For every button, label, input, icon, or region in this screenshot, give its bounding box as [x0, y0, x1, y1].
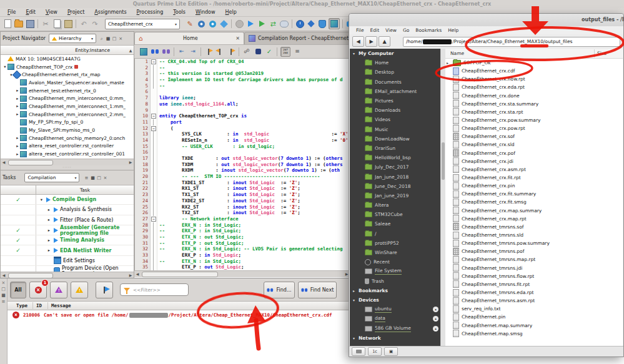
- fm-menu-file[interactable]: File: [353, 27, 367, 33]
- file-row[interactable]: CheapEthernet_tmrsns.pow.summary: [445, 239, 623, 247]
- file-row[interactable]: CheapEthernet_crx.sta.rpt: [445, 108, 623, 116]
- sidebar-item[interactable]: Altera: [350, 200, 440, 210]
- fm-menu-view[interactable]: View: [382, 27, 400, 33]
- menu-view[interactable]: View: [41, 9, 62, 16]
- back-button[interactable]: ◀: [352, 36, 364, 47]
- menu-icon[interactable]: ≡: [83, 175, 89, 180]
- navigator-item[interactable]: ▸CheapEthernet_onchip_memory2_0:onch: [1, 134, 134, 142]
- sidebar-item[interactable]: Home: [350, 58, 440, 67]
- file-row[interactable]: ▸SOFPOF_Ok: [445, 59, 623, 67]
- sidebar-scrollbar[interactable]: [440, 49, 445, 347]
- file-row[interactable]: CheapEthernet_crx.map.summary: [445, 207, 623, 215]
- indent-decrease-icon[interactable]: ⇤: [177, 47, 186, 56]
- sidebar-section-devices[interactable]: ▾Devices: [350, 295, 440, 305]
- message-filter-input[interactable]: <<Filter>>: [120, 283, 189, 296]
- file-row[interactable]: CheapEthernet_crx.eda.rpt: [445, 83, 623, 91]
- sidebar-section-my-computer[interactable]: ▾My Computer: [350, 49, 440, 58]
- expander-down-icon[interactable]: ▾: [2, 64, 7, 69]
- expander-right-icon[interactable]: ▸: [15, 104, 20, 109]
- sidebar-item[interactable]: July_Dec_2017: [350, 162, 440, 172]
- undo-icon[interactable]: ↶: [79, 19, 89, 29]
- filter-errors-button[interactable]: × 1: [29, 282, 47, 298]
- file-row[interactable]: CheapEthernet_tmrsns.sld: [445, 231, 623, 239]
- new-file-icon[interactable]: [2, 19, 12, 29]
- expander-down-icon[interactable]: ▾: [353, 51, 359, 56]
- sidebar-item[interactable]: Documents: [350, 77, 440, 87]
- expander-right-icon[interactable]: ▸: [46, 207, 52, 212]
- sidebar-item[interactable]: Downloads: [350, 106, 440, 115]
- sidebar-item[interactable]: File System: [350, 267, 440, 276]
- rtl-viewer-icon[interactable]: ⇄: [268, 19, 278, 29]
- search-icon[interactable]: ⌕: [99, 36, 105, 41]
- fold-collapse-icon[interactable]: [151, 59, 157, 65]
- task-row[interactable]: ▸Fitter (Place & Route): [1, 215, 134, 225]
- navigator-item[interactable]: My_Slave_SPI:mymiso_ms_0: [1, 126, 134, 134]
- sidebar-item[interactable]: June_Dec_2018: [350, 182, 440, 191]
- sidebar-item[interactable]: Saleae: [350, 219, 440, 229]
- find-replace-icon[interactable]: [162, 47, 171, 56]
- eject-icon[interactable]: ▴: [433, 307, 438, 312]
- file-row[interactable]: CheapEthernet_crx.cdf: [445, 67, 623, 75]
- assignment-editor-icon[interactable]: [207, 19, 217, 29]
- file-row[interactable]: CheapEthernet_crx.sof: [445, 132, 623, 140]
- view-menu-icon[interactable]: ≡: [293, 47, 302, 56]
- task-row[interactable]: Program Device (Open Programmer): [1, 266, 134, 272]
- file-row[interactable]: CheapEthernet_tmrsns.eda.rpt: [445, 288, 623, 297]
- pin-icon[interactable]: ■: [89, 175, 96, 180]
- find-icon[interactable]: [151, 47, 159, 56]
- sidebar-item[interactable]: Pictures: [350, 96, 440, 106]
- bookmark-toggle-icon[interactable]: [204, 47, 213, 56]
- sidebar-item[interactable]: 586 GB Volume▴: [350, 323, 440, 333]
- menu-tools[interactable]: Tools: [168, 9, 191, 16]
- project-selector[interactable]: CheapEthernet_crx ▾: [105, 19, 180, 29]
- navigator-hscrollbar[interactable]: ◀▶: [1, 159, 134, 165]
- filter-info-button[interactable]: [96, 282, 113, 298]
- file-row[interactable]: CheapEthernet_crx.pow.rpt: [445, 124, 623, 132]
- expander-right-icon[interactable]: ▸: [46, 228, 52, 233]
- file-row[interactable]: CheapEthernet_crx.pof: [445, 149, 623, 157]
- file-row[interactable]: CheapEthernet_crx.map.rpt: [445, 215, 623, 223]
- panel-toggle-icon[interactable]: ▣: [384, 347, 398, 356]
- navigator-item[interactable]: ▸CheapEthernet_mm_interconnect_2:mm_: [1, 111, 134, 119]
- file-row[interactable]: CheapEthernet_crx.fit.summary: [445, 190, 623, 198]
- redo-icon[interactable]: ↷: [90, 19, 100, 29]
- eda-tools-icon[interactable]: [306, 19, 316, 29]
- sidebar-item[interactable]: STM32Cube: [350, 210, 440, 219]
- sidebar-item[interactable]: OrariSun: [350, 144, 440, 153]
- netlist-viewer-icon[interactable]: [219, 19, 229, 29]
- task-row[interactable]: ✓▸EDA Netlist Writer: [1, 245, 134, 255]
- start-compilation-icon[interactable]: [245, 19, 255, 29]
- start-analysis-icon[interactable]: [257, 19, 267, 29]
- expander-right-icon[interactable]: ▸: [447, 61, 452, 65]
- file-row[interactable]: CheapEthernet_tmrsns.flow.rpt: [445, 272, 623, 280]
- folder-toggle-icon[interactable]: [352, 347, 365, 356]
- filter-critical-warnings-button[interactable]: !: [50, 282, 67, 298]
- navigator-item[interactable]: MAX 10: 10M04SCE144A7G: [1, 55, 134, 63]
- navigator-item[interactable]: ▸CheapEthernet_mm_interconnect_1:mm_: [1, 102, 134, 111]
- scroll-up-icon[interactable]: ▲: [127, 48, 134, 52]
- sidebar-item[interactable]: prottiPP52: [350, 239, 440, 248]
- expander-down-icon[interactable]: ▾: [39, 197, 44, 202]
- task-row[interactable]: ▸Analysis & Synthesis: [1, 205, 134, 215]
- float-icon[interactable]: □: [96, 175, 102, 180]
- save-icon[interactable]: [25, 19, 35, 29]
- programmer-icon[interactable]: [317, 19, 327, 29]
- sidebar-item[interactable]: HelloWorld_bsp: [350, 153, 440, 162]
- sidebar-item[interactable]: Desktop: [350, 67, 440, 77]
- file-row[interactable]: CheapEthernet_crx.sta.summary: [445, 100, 623, 108]
- up-button[interactable]: ▲: [379, 36, 390, 47]
- tab-home[interactable]: ⌂ Home ✕: [134, 32, 244, 44]
- menu-processing[interactable]: Processing: [132, 9, 169, 16]
- path-input[interactable]: /home//Project/Altera/Cheap_Ethernet_MAX…: [403, 37, 620, 47]
- navigator-item[interactable]: ▸altera_reset_controller:rst_controller_…: [1, 150, 134, 158]
- close-icon[interactable]: ×: [102, 175, 108, 180]
- sidebar-item[interactable]: data▴: [350, 314, 440, 323]
- indent-increase-icon[interactable]: ⇥: [189, 47, 197, 56]
- close-icon[interactable]: ×: [117, 36, 124, 41]
- menu-file[interactable]: File: [2, 9, 21, 16]
- fold-collapse-icon[interactable]: [151, 113, 157, 119]
- menu-assignments[interactable]: Assignments: [89, 9, 131, 16]
- sidebar-item[interactable]: EMail_attachment: [350, 87, 440, 96]
- sidebar-item[interactable]: Recent: [350, 257, 440, 267]
- expander-right-icon[interactable]: ▸: [15, 152, 20, 157]
